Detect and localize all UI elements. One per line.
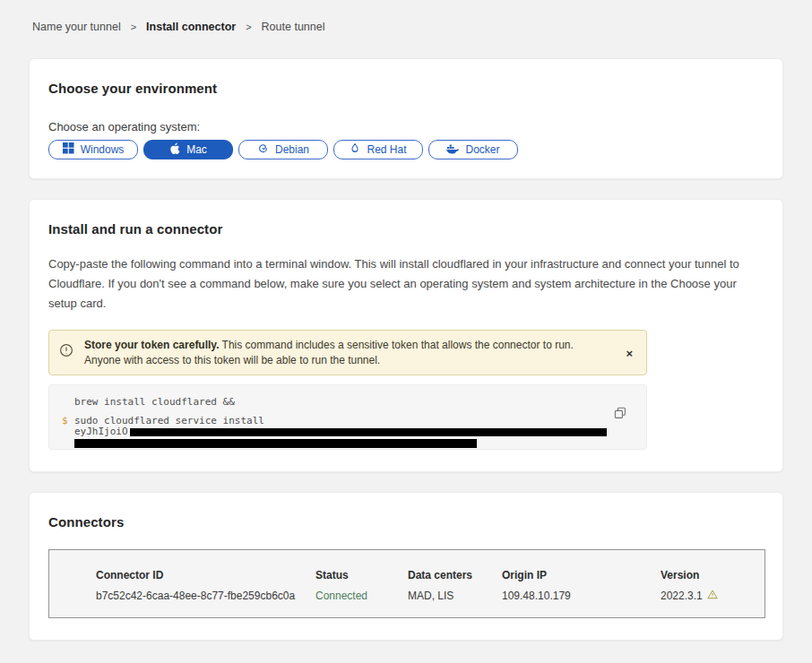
redaction-bar xyxy=(74,439,477,448)
col-header-connector-id: Connector ID xyxy=(96,569,315,581)
origin-ip-value: 109.48.10.179 xyxy=(502,590,661,602)
redaction-bar xyxy=(130,428,607,436)
os-button-group: Windows Mac Debian Red Hat xyxy=(48,140,764,159)
data-centers-value: MAD, LIS xyxy=(408,590,502,602)
os-button-debian[interactable]: Debian xyxy=(238,140,328,159)
table-header-row: Connector ID Status Data centers Origin … xyxy=(96,569,764,581)
os-button-label: Windows xyxy=(81,143,125,156)
col-header-origin-ip: Origin IP xyxy=(502,569,661,581)
os-button-label: Mac xyxy=(186,143,207,156)
install-connector-card: Install and run a connector Copy-paste t… xyxy=(29,199,783,472)
os-button-mac[interactable]: Mac xyxy=(143,140,233,159)
connectors-card: Connectors Connector ID Status Data cent… xyxy=(29,492,783,641)
token-warning-bold: Store your token carefully. xyxy=(84,339,220,351)
version-value: 2022.3.1 xyxy=(661,590,764,602)
install-description: Copy-paste the following command into a … xyxy=(48,254,764,314)
os-button-windows[interactable]: Windows xyxy=(48,140,138,159)
code-line-token: eyJhIjoiO xyxy=(74,426,646,437)
os-button-label: Debian xyxy=(275,143,309,156)
apple-icon xyxy=(169,142,180,158)
docker-icon xyxy=(446,143,459,157)
breadcrumb: Name your tunnel > Install connector > R… xyxy=(29,0,783,33)
redhat-icon xyxy=(350,142,360,157)
windows-icon xyxy=(63,142,74,157)
os-button-docker[interactable]: Docker xyxy=(428,140,518,159)
code-line-sudo: $sudo cloudflared service install xyxy=(74,416,646,426)
connector-id-value: b7c52c42-6caa-48ee-8c77-fbe259cb6c0a xyxy=(96,590,315,602)
breadcrumb-separator: > xyxy=(131,22,136,32)
col-header-status: Status xyxy=(315,569,408,581)
os-button-redhat[interactable]: Red Hat xyxy=(333,140,423,159)
breadcrumb-step-install-connector[interactable]: Install connector xyxy=(146,21,236,33)
code-line-brew: brew install cloudflared && xyxy=(74,397,646,408)
copy-icon[interactable] xyxy=(614,407,626,419)
breadcrumb-step-route-tunnel[interactable]: Route tunnel xyxy=(262,21,325,33)
connectors-table: Connector ID Status Data centers Origin … xyxy=(48,549,765,618)
page: Name your tunnel > Install connector > R… xyxy=(0,0,812,663)
environment-card-title: Choose your environment xyxy=(48,81,764,96)
token-warning-text: Store your token carefully. This command… xyxy=(84,338,610,367)
token-prefix: eyJhIjoiO xyxy=(74,426,128,437)
environment-card: Choose your environment Choose an operat… xyxy=(29,58,783,179)
breadcrumb-separator: > xyxy=(246,22,251,32)
shell-prompt: $ xyxy=(62,416,68,426)
col-header-version: Version xyxy=(661,569,764,581)
col-header-data-centers: Data centers xyxy=(408,569,502,581)
token-warning-banner: Store your token carefully. This command… xyxy=(48,330,647,375)
install-card-title: Install and run a connector xyxy=(48,221,764,237)
status-badge: Connected xyxy=(315,590,408,602)
debian-icon xyxy=(257,142,269,157)
os-button-label: Docker xyxy=(465,143,499,156)
connectors-card-title: Connectors xyxy=(48,514,764,530)
os-button-label: Red Hat xyxy=(367,143,406,156)
info-circle-icon xyxy=(59,343,73,361)
breadcrumb-step-name-your-tunnel[interactable]: Name your tunnel xyxy=(32,21,121,33)
warning-triangle-icon xyxy=(707,590,718,602)
table-row: b7c52c42-6caa-48ee-8c77-fbe259cb6c0a Con… xyxy=(96,590,764,602)
close-icon[interactable]: × xyxy=(620,345,638,360)
install-command-code-block: brew install cloudflared && $sudo cloudf… xyxy=(48,384,647,450)
os-select-label: Choose an operating system: xyxy=(48,120,764,133)
